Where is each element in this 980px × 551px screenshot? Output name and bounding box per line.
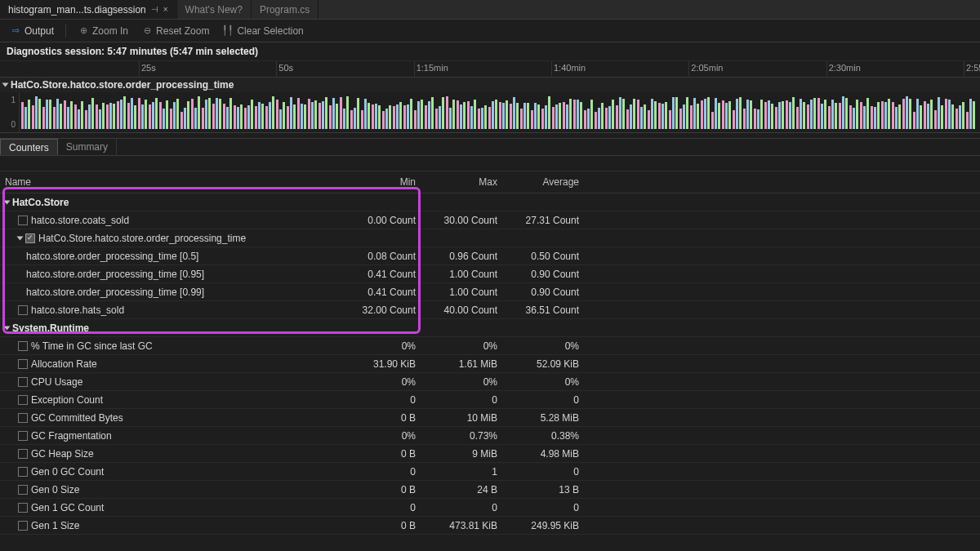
histogram-bar-group	[393, 102, 402, 129]
row-checkbox[interactable]	[18, 431, 28, 441]
histogram-bar	[283, 102, 285, 129]
reset-zoom-button[interactable]: ⊖ Reset Zoom	[136, 24, 214, 38]
row-checkbox[interactable]	[18, 503, 28, 513]
col-avg[interactable]: Average	[502, 176, 584, 188]
histogram-bar	[361, 110, 363, 129]
table-row[interactable]: hatco.store.order_processing_time [0.99]…	[0, 283, 980, 301]
output-button[interactable]: ⇨ Output	[5, 24, 59, 38]
col-min[interactable]: Min	[339, 176, 421, 188]
table-row[interactable]: Gen 1 GC Count000	[0, 499, 980, 517]
histogram-bar	[644, 104, 646, 129]
histogram-bar	[622, 99, 625, 129]
histogram-bar-group	[499, 100, 508, 129]
row-checkbox[interactable]	[25, 233, 35, 243]
histogram-bar	[973, 101, 975, 129]
tab-diagsession[interactable]: histogram_man...ts.diagsession ⊣ ×	[0, 0, 177, 19]
histogram-bar	[877, 102, 880, 129]
table-row[interactable]: hatco.store.hats_sold32.00 Count40.00 Co…	[0, 301, 980, 319]
row-checkbox[interactable]	[18, 449, 28, 459]
row-checkbox[interactable]	[18, 395, 28, 405]
timeline-ruler[interactable]: 25s50s1:15min1:40min2:05min2:30min2:55mi…	[0, 61, 980, 78]
zoom-in-button[interactable]: ⊕ Zoom In	[73, 24, 133, 38]
histogram-bar	[715, 98, 717, 129]
table-row[interactable]: GC Fragmentation0%0.73%0.38%	[0, 427, 980, 445]
histogram-bar-group	[881, 99, 890, 129]
row-checkbox[interactable]	[18, 305, 28, 315]
row-checkbox[interactable]	[18, 485, 28, 495]
lane-header[interactable]: HatCo.Store.hatco.store.order_processing…	[0, 78, 980, 92]
histogram-bar	[513, 97, 515, 129]
table-row[interactable]: hatco.store.order_processing_time [0.95]…	[0, 265, 980, 283]
histogram-bar-group	[403, 99, 412, 129]
table-row[interactable]: GC Heap Size0 B9 MiB4.98 MiB	[0, 445, 980, 463]
row-checkbox[interactable]	[18, 359, 28, 369]
table-row[interactable]: GC Committed Bytes0 B10 MiB5.28 MiB	[0, 409, 980, 427]
histogram-bar	[853, 108, 855, 129]
close-icon[interactable]: ×	[163, 5, 168, 14]
row-checkbox[interactable]	[18, 341, 28, 351]
row-checkbox[interactable]	[18, 521, 28, 531]
histogram-bar-group	[42, 100, 51, 129]
histogram-bar-group	[956, 102, 964, 129]
chevron-down-icon	[17, 236, 24, 240]
tab-programcs[interactable]: Program.cs	[252, 0, 318, 19]
histogram-bar	[849, 105, 852, 129]
histogram-bar	[640, 107, 643, 129]
histogram-bar	[775, 107, 777, 129]
histogram-bar	[499, 102, 501, 129]
table-row[interactable]: hatco.store.coats_sold0.00 Count30.00 Co…	[0, 211, 980, 229]
row-checkbox[interactable]	[18, 216, 28, 225]
histogram-bar	[796, 107, 799, 129]
table-row[interactable]: Allocation Rate31.90 KiB1.61 MiB52.09 Ki…	[0, 355, 980, 373]
tab-counters[interactable]: Counters	[0, 139, 58, 155]
histogram-bar	[187, 101, 189, 129]
row-checkbox[interactable]	[18, 467, 28, 477]
histogram-bar	[357, 98, 359, 129]
histogram-bar	[665, 102, 667, 129]
histogram-bar	[276, 100, 278, 129]
cell-avg: 0%	[502, 376, 584, 388]
histogram-bar	[85, 110, 87, 129]
histogram-bar	[24, 107, 27, 129]
table-group-row[interactable]: System.Runtime	[0, 319, 980, 337]
histogram-bar-group	[552, 103, 561, 129]
row-checkbox[interactable]	[18, 377, 28, 387]
histogram-bar-group	[117, 96, 126, 129]
histogram-bar	[127, 103, 130, 129]
histogram-bar	[559, 103, 561, 129]
table-row[interactable]: Exception Count000	[0, 391, 980, 409]
ruler-label: 2:30min	[829, 63, 861, 73]
tab-summary[interactable]: Summary	[58, 139, 117, 155]
histogram-lane[interactable]: 1 0	[0, 92, 980, 133]
clear-selection-button[interactable]: ╿╿ Clear Selection	[217, 24, 308, 38]
histogram-bar	[414, 110, 416, 129]
pin-icon[interactable]: ⊣	[151, 5, 158, 14]
table-row[interactable]: Gen 0 GC Count010	[0, 463, 980, 481]
histogram-bar	[234, 105, 236, 129]
histogram-bar	[545, 105, 547, 129]
table-row[interactable]: HatCo.Store.hatco.store.order_processing…	[0, 229, 980, 247]
col-max[interactable]: Max	[421, 176, 502, 188]
table-row[interactable]: hatco.store.order_processing_time [0.5]0…	[0, 247, 980, 265]
tab-whatsnew[interactable]: What's New?	[177, 0, 252, 19]
row-checkbox[interactable]	[18, 413, 28, 423]
histogram-bar	[145, 100, 147, 129]
histogram-bar-group	[170, 99, 179, 129]
table-row[interactable]: % Time in GC since last GC0%0%0%	[0, 337, 980, 355]
table-group-row[interactable]: HatCo.Store	[0, 193, 980, 211]
document-tabstrip: histogram_man...ts.diagsession ⊣ × What'…	[0, 0, 980, 20]
histogram-bar	[523, 103, 526, 129]
histogram-bar	[258, 102, 261, 129]
tab-label: histogram_man...ts.diagsession	[8, 4, 146, 16]
row-name: hatco.store.order_processing_time [0.95]	[26, 269, 204, 280]
table-row[interactable]: CPU Usage0%0%0%	[0, 373, 980, 391]
col-name[interactable]: Name	[0, 176, 339, 188]
histogram-bar	[495, 100, 497, 129]
histogram-bar	[792, 97, 795, 129]
histogram-bar	[789, 102, 791, 129]
histogram-bar	[304, 104, 306, 129]
table-row[interactable]: Gen 0 Size0 B24 B13 B	[0, 481, 980, 499]
table-row[interactable]: Gen 1 Size0 B473.81 KiB249.95 KiB	[0, 517, 980, 535]
row-name: HatCo.Store.hatco.store.order_processing…	[38, 233, 246, 244]
histogram-bar	[934, 110, 937, 129]
